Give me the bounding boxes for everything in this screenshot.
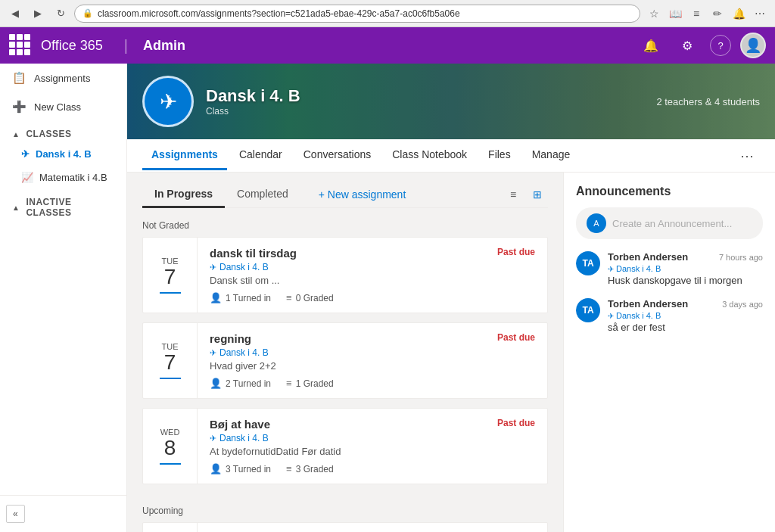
main-area: 📋 Assignments ➕ New Class ▲ Classes ✈ Da… [0, 64, 775, 532]
past-due-label: Past due [497, 332, 535, 343]
grid-view-button[interactable]: ⊞ [527, 184, 548, 205]
sidebar-inactive-header[interactable]: ▲ Inactive classes [0, 189, 126, 221]
ann-content: Torben Andersen 7 hours ago ✈ Dansk i 4.… [608, 251, 763, 286]
assignment-title-row: dansk til tirsdag Past due [210, 247, 535, 260]
app-container: Office 365 | Admin 🔔 ⚙ ? 👤 📋 Assignments… [0, 27, 775, 532]
app-title: Office 365 [41, 38, 103, 54]
admin-label: Admin [143, 38, 185, 54]
graded-icon: ≡ [286, 292, 292, 303]
person-icon: 👤 [210, 463, 222, 474]
assignment-date: Jun 22 [143, 523, 198, 532]
day-num: 7 [164, 266, 176, 289]
top-nav: Office 365 | Admin 🔔 ⚙ ? 👤 [0, 27, 775, 64]
sub-nav-more-icon[interactable]: ⋯ [734, 145, 760, 167]
assignments-main: In Progress Completed + New assignment ≡… [127, 173, 563, 532]
tab-in-progress[interactable]: In Progress [142, 182, 225, 208]
assignment-title[interactable]: regning [210, 332, 251, 345]
waffle-menu-icon[interactable] [9, 34, 32, 57]
menu-icon[interactable]: ≡ [687, 5, 705, 23]
ann-text: så er der fest [608, 322, 763, 333]
assignment-class[interactable]: ✈ Dansk i 4. B [210, 347, 535, 358]
browser-bar: ◀ ▶ ↻ 🔒 classroom.microsoft.com/assignme… [0, 0, 775, 27]
tab-calendar[interactable]: Calendar [230, 141, 291, 170]
assignment-class-name: Dansk i 4. B [219, 433, 269, 443]
list-view-button[interactable]: ≡ [503, 184, 524, 205]
graded-count: 0 Graded [296, 293, 334, 303]
assignment-class-name: Dansk i 4. B [219, 347, 269, 358]
class-avatar: ✈ [142, 76, 194, 127]
ann-class[interactable]: ✈ Dansk i 4. B [608, 264, 763, 273]
back-button[interactable]: ◀ [6, 5, 24, 23]
browser-icons: ☆ 📖 ≡ ✏ 🔔 ⋯ [645, 5, 769, 23]
tab-completed[interactable]: Completed [225, 182, 300, 208]
inactive-label: Inactive classes [26, 197, 114, 218]
class1-icon: ✈ [21, 148, 30, 160]
class2-icon: 📈 [21, 172, 33, 183]
graded-meta: ≡ 0 Graded [286, 292, 334, 303]
lock-icon: 🔒 [82, 8, 93, 18]
sidebar-item-assignments[interactable]: 📋 Assignments [0, 64, 126, 92]
tab-class-notebook[interactable]: Class Notebook [383, 141, 476, 170]
edit-icon[interactable]: ✏ [708, 5, 727, 23]
tab-conversations[interactable]: Conversations [294, 141, 381, 170]
upcoming-label: Upcoming [142, 493, 548, 522]
ann-avatar: TA [576, 298, 600, 322]
assignments-icon: 📋 [12, 71, 26, 85]
classes-label: Classes [26, 129, 71, 139]
refresh-button[interactable]: ↻ [51, 5, 70, 23]
ann-class-name: Dansk i 4. B [616, 311, 661, 320]
ann-time: 7 hours ago [719, 253, 763, 262]
more-browser-icon[interactable]: ⋯ [751, 5, 769, 23]
assignment-title[interactable]: Bøj at have [210, 418, 270, 431]
tab-files[interactable]: Files [479, 141, 520, 170]
assignment-card-upcoming: Jun 22 Find frugterne Due at 12:00 am ✈ [142, 522, 548, 532]
not-graded-label: Not Graded [142, 208, 548, 237]
help-button[interactable]: ? [710, 35, 731, 56]
create-announcement-input[interactable]: A Create an Announcement... [576, 207, 763, 239]
sidebar-item-new-class[interactable]: ➕ New Class [0, 92, 126, 121]
sidebar-item-dansk[interactable]: ✈ Dansk i 4. B [0, 142, 126, 166]
reader-icon[interactable]: 📖 [666, 5, 684, 23]
ann-time: 3 days ago [722, 300, 763, 309]
sidebar-item-matematik[interactable]: 📈 Matematik i 4.B [0, 166, 126, 189]
assignment-date: Tue 7 [143, 323, 198, 398]
new-class-icon: ➕ [12, 100, 26, 114]
address-bar[interactable]: 🔒 classroom.microsoft.com/assignments?se… [74, 5, 640, 23]
sidebar-classes-header[interactable]: ▲ Classes [0, 121, 126, 142]
assignment-class-name: Dansk i 4. B [219, 262, 269, 272]
past-due-label: Past due [497, 418, 535, 428]
assignment-class[interactable]: ✈ Dansk i 4. B [210, 433, 535, 443]
class-link-icon: ✈ [210, 434, 216, 443]
class-stats: 2 teachers & 4 students [656, 96, 760, 107]
view-toggle: ≡ ⊞ [503, 184, 548, 205]
ann-header: Torben Andersen 7 hours ago [608, 251, 763, 263]
assignment-date: Tue 7 [143, 238, 198, 313]
ann-author: Torben Andersen [608, 251, 688, 263]
person-icon: 👤 [210, 292, 222, 303]
collapse-icon: ▲ [12, 130, 20, 138]
ann-class-icon: ✈ [608, 312, 614, 320]
forward-button[interactable]: ▶ [29, 5, 47, 23]
assignment-body: dansk til tirsdag Past due ✈ Dansk i 4. … [198, 238, 547, 313]
avatar[interactable]: 👤 [740, 33, 766, 58]
graded-count: 3 Graded [296, 464, 334, 474]
turned-in-meta: 👤 3 Turned in [210, 463, 271, 474]
graded-count: 1 Graded [296, 378, 334, 389]
ann-class[interactable]: ✈ Dansk i 4. B [608, 311, 763, 320]
assignment-meta: 👤 1 Turned in ≡ 0 Graded [210, 292, 535, 303]
bell-button[interactable]: 🔔 [637, 32, 665, 59]
new-assignment-button[interactable]: + New assignment [310, 184, 416, 205]
tab-manage[interactable]: Manage [523, 141, 580, 170]
assignment-title[interactable]: dansk til tirsdag [210, 247, 297, 260]
bookmark-icon[interactable]: ☆ [645, 5, 663, 23]
announcements-panel: Announcements A Create an Announcement..… [563, 173, 775, 532]
assignment-class[interactable]: ✈ Dansk i 4. B [210, 262, 535, 272]
gear-button[interactable]: ⚙ [674, 32, 701, 59]
class-header: ✈ Dansk i 4. B Class 2 teachers & 4 stud… [127, 64, 775, 139]
notification-icon[interactable]: 🔔 [730, 5, 748, 23]
inactive-collapse-icon: ▲ [12, 204, 20, 212]
tab-assignments[interactable]: Assignments [142, 141, 227, 170]
assignment-title-row: regning Past due [210, 332, 535, 345]
collapse-sidebar-button[interactable]: « [6, 505, 25, 523]
turned-in-count: 3 Turned in [226, 464, 271, 474]
